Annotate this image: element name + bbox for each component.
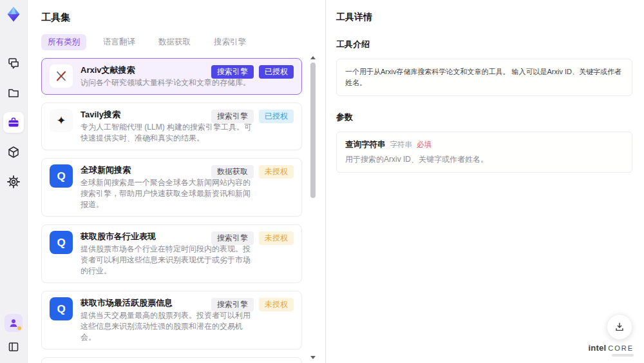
sidebar-item-files[interactable] [3,83,24,103]
param-type: 字符串 [390,139,413,150]
params-heading: 参数 [336,112,632,123]
folder-icon [7,86,20,99]
scrollbar-thumb[interactable] [310,63,316,198]
settings-icon [7,175,20,188]
sidebar-item-chat[interactable] [3,53,24,74]
list-scrollbar[interactable] [310,55,316,360]
stock-sector-logo-icon: Q [50,231,73,254]
tool-list: Arxiv文献搜索访问各个研究领域大量科学论文和文章的存储库。搜索引擎已授权✦T… [41,58,302,363]
category-tag: 搜索引擎 [211,110,254,123]
intro-heading: 工具介绍 [336,39,632,50]
tavily-star-icon: ✦ [50,109,73,132]
param-name: 查询字符串 [345,139,386,150]
tool-card[interactable]: ✦Tavily搜索专为人工智能代理 (LLM) 构建的搜索引擎工具。可快速提供实… [41,103,302,150]
intel-core-logo: intel CORE [588,343,634,357]
core-logo-text: CORE [608,344,634,352]
sidebar-item-tools[interactable] [3,112,24,133]
tool-card[interactable]: Arxiv文献搜索访问各个研究领域大量科学论文和文章的存储库。搜索引擎已授权 [41,58,302,95]
auth-status-tag: 未授权 [259,298,294,311]
tool-description: 专为人工智能代理 (LLM) 构建的搜索引擎工具。可快速提供实时、准确和真实的结… [80,122,253,144]
auth-status-tag: 已授权 [259,65,294,79]
panel-toggle-icon [8,341,19,353]
download-button[interactable] [607,314,632,340]
category-tabs: 所有类别语言翻译数据获取搜索引擎 [41,34,302,50]
page-title: 工具集 [41,12,302,24]
tool-description: 全球新闻搜索是一个聚合全球各大新闻网站内容的搜索引擎，帮助用户快速获取全球最新资… [80,177,253,210]
tool-card[interactable]: 万维地区新闻查询查询具体行政区划内的新闻，快速了解各地新闻动搜索引擎未授权 [41,357,302,363]
scrollbar-up-arrow[interactable] [310,56,316,59]
tool-card[interactable]: Q全球新闻搜索全球新闻搜索是一个聚合全球各大新闻网站内容的搜索引擎，帮助用户快速… [41,158,302,217]
tool-description: 提供当天交易量最高的股票列表。投资者可以利用这些信息来识别流动性强的股票和潜在的… [80,310,253,343]
category-tag: 搜索引擎 [211,231,254,245]
tab-1[interactable]: 语言翻译 [97,34,142,50]
auth-status-tag: 未授权 [259,165,294,179]
sidebar-item-models[interactable] [3,142,24,162]
param-required-badge: 必填 [417,139,431,150]
tool-detail-panel: 工具详情 工具介绍 一个用于从Arxiv存储库搜索科学论文和文章的工具。 输入可… [325,0,644,363]
intel-logo-sub-badge [612,354,634,357]
left-sidebar [0,0,28,363]
intel-logo-text: intel [588,343,606,353]
param-description: 用于搜索的Arxiv ID、关键字或作者姓名。 [345,154,623,165]
tool-card[interactable]: Q获取股市各行业表现提供股票市场各个行业在特定时间段内的表现。投资者可以利用这些… [41,224,302,283]
cube-icon [7,146,20,159]
tab-3[interactable]: 搜索引擎 [207,34,252,50]
arxiv-logo-icon [50,64,73,88]
category-tag: 数据获取 [211,165,254,179]
category-tag: 搜索引擎 [211,65,254,79]
tool-description: 访问各个研究领域大量科学论文和文章的存储库。 [80,77,253,88]
app-logo[interactable] [5,5,23,23]
download-icon [614,321,625,333]
intro-text: 一个用于从Arxiv存储库搜索科学论文和文章的工具。 输入可以是Arxiv ID… [345,68,621,86]
auth-status-tag: 未授权 [259,231,294,245]
active-stocks-logo-icon: Q [50,297,73,320]
user-avatar[interactable] [5,314,23,332]
global-news-logo-icon: Q [50,164,73,188]
status-dot [17,326,21,330]
tool-list-panel: 工具集 所有类别语言翻译数据获取搜索引擎 Arxiv文献搜索访问各个研究领域大量… [27,0,325,363]
param-box: 查询字符串 字符串 必填 用于搜索的Arxiv ID、关键字或作者姓名。 [336,132,632,173]
chat-icon [7,57,20,70]
category-tag: 搜索引擎 [211,298,254,311]
auth-status-tag: 已授权 [259,110,294,123]
intro-box: 一个用于从Arxiv存储库搜索科学论文和文章的工具。 输入可以是Arxiv ID… [336,59,632,96]
detail-title: 工具详情 [336,12,632,23]
tool-card[interactable]: Q获取市场最活跃股票信息提供当天交易量最高的股票列表。投资者可以利用这些信息来识… [41,291,302,349]
sidebar-item-settings[interactable] [3,172,24,192]
tab-2[interactable]: 数据获取 [152,34,197,50]
scrollbar-down-arrow[interactable] [310,356,316,359]
tool-description: 提供股票市场各个行业在特定时间段内的表现。投资者可以利用这些信息来识别表现优于或… [80,244,253,277]
tab-0[interactable]: 所有类别 [41,34,86,50]
sidebar-collapse-button[interactable] [5,338,22,355]
toolbox-icon [7,116,20,129]
